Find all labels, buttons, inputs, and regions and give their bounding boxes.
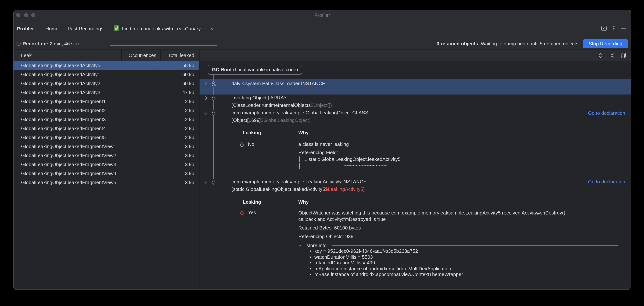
copy-icon[interactable] bbox=[620, 52, 626, 58]
list-item: watchDurationMillis = 5503 bbox=[310, 254, 463, 260]
expand-all-icon[interactable] bbox=[598, 52, 604, 58]
more-info-toggle[interactable]: More info bbox=[306, 243, 326, 249]
tree-node-label[interactable]: com.example.memoryleaksample.LeakingActi… bbox=[232, 179, 366, 185]
recording-indicator-icon bbox=[16, 42, 21, 46]
col-occurrences[interactable]: Occurrences bbox=[129, 52, 156, 58]
recording-label: Recording: bbox=[22, 41, 48, 46]
leak-droplet-icon bbox=[239, 210, 244, 215]
column-divider bbox=[160, 49, 161, 61]
table-row[interactable]: GlobalLeakingObject.leakedActivity2160 k… bbox=[14, 79, 199, 88]
why-column-header: Why bbox=[298, 199, 309, 205]
no-leak-droplet-icon bbox=[211, 81, 216, 87]
screen: Profiler Profiler Home Past Recordings F… bbox=[0, 0, 644, 306]
col-leak[interactable]: Leak bbox=[21, 52, 32, 58]
why-value: ObjectWatcher was watching this because … bbox=[298, 210, 584, 222]
leak-table-header: Leak Occurrences Total leaked bbox=[14, 49, 199, 61]
leaking-value: Yes bbox=[248, 210, 256, 216]
kebab-menu-icon[interactable] bbox=[611, 25, 617, 31]
column-divider bbox=[121, 49, 122, 61]
titlebar: Profiler bbox=[14, 10, 631, 19]
list-item: retainedDurationMillis = 499 bbox=[310, 260, 463, 266]
go-to-declaration-link[interactable]: Go to declaration bbox=[588, 110, 625, 116]
leakcanary-icon bbox=[114, 25, 120, 31]
trace-connector-leaking bbox=[214, 116, 214, 179]
table-row[interactable]: GlobalLeakingObject.leakedActivity5158 k… bbox=[14, 61, 199, 70]
trace-connector bbox=[214, 101, 214, 110]
chevron-down-icon[interactable] bbox=[203, 180, 208, 184]
retained-bytes: Retained Bytes: 60100 bytes bbox=[298, 225, 361, 231]
table-row[interactable]: GlobalLeakingObject.leakedFragmentView21… bbox=[14, 151, 199, 160]
table-row[interactable]: GlobalLeakingObject.leakedFragment212 kb bbox=[14, 106, 199, 115]
table-row[interactable]: GlobalLeakingObject.leakedActivity3147 k… bbox=[14, 88, 199, 97]
trace-connector bbox=[214, 75, 214, 81]
table-row[interactable]: GlobalLeakingObject.leakedFragment512 kb bbox=[14, 133, 199, 142]
minimize-icon[interactable] bbox=[621, 28, 626, 29]
tab-profiler[interactable]: Profiler bbox=[17, 26, 34, 31]
window-title: Profiler bbox=[14, 12, 631, 18]
leak-detail-panel: GC Root (Local variable in native code) bbox=[200, 49, 631, 290]
leak-table-rows: GlobalLeakingObject.leakedActivity5158 k… bbox=[14, 61, 199, 187]
profiler-window: Profiler Profiler Home Past Recordings F… bbox=[13, 10, 631, 290]
tree-node-sublabel: (static GlobalLeakingObject.leakedActivi… bbox=[232, 186, 365, 192]
leaking-value: No bbox=[248, 141, 254, 147]
referencing-field-label: Referencing Field: bbox=[298, 150, 338, 156]
detail-panel-toolbar bbox=[200, 49, 631, 61]
leaking-column-header: Leaking bbox=[243, 199, 261, 205]
list-item: mApplication instance of androidx.multid… bbox=[310, 266, 463, 272]
why-column-header: Why bbox=[298, 130, 309, 136]
referencing-field-pipe: │ bbox=[298, 163, 301, 169]
tree-node-label[interactable]: com.example.memoryleaksample.GlobalLeaki… bbox=[232, 110, 368, 116]
leaking-column-header: Leaking bbox=[243, 130, 261, 136]
tree-node-label[interactable]: java.lang.Object[] ARRAY bbox=[232, 95, 287, 101]
tree-node-sublabel: (ClassLoader.runtimeInternalObjects$Obje… bbox=[232, 102, 332, 108]
no-leak-droplet-icon bbox=[211, 110, 216, 116]
tree-node-label[interactable]: dalvik.system.PathClassLoader INSTANCE bbox=[232, 81, 326, 87]
referencing-field-line: ↓ static GlobalLeakingObject.leakedActiv… bbox=[305, 156, 400, 162]
go-to-declaration-link[interactable]: Go to declaration bbox=[588, 179, 625, 185]
col-total-leaked[interactable]: Total leaked bbox=[168, 52, 194, 58]
chevron-down-icon[interactable] bbox=[298, 244, 302, 248]
leak-table-panel: Leak Occurrences Total leaked GlobalLeak… bbox=[14, 49, 200, 290]
table-row[interactable]: GlobalLeakingObject.leakedFragmentView41… bbox=[14, 169, 199, 178]
chevron-right-icon[interactable] bbox=[204, 81, 208, 86]
tab-home[interactable]: Home bbox=[46, 26, 58, 31]
recording-status: Recording: 2 min, 46 sec bbox=[22, 41, 79, 46]
tab-past-recordings[interactable]: Past Recordings bbox=[68, 26, 104, 31]
leak-trace-content: GC Root (Local variable in native code) bbox=[200, 61, 631, 290]
stop-recording-button[interactable]: Stop Recording bbox=[583, 39, 628, 48]
referencing-field-underline: ~~~~~~~~~~~~~~~ bbox=[344, 163, 387, 169]
gc-root-chip: GC Root (Local variable in native code) bbox=[208, 65, 302, 75]
referencing-objects: Referencing Objects: 939 bbox=[298, 234, 353, 240]
leak-droplet-icon bbox=[211, 179, 216, 185]
main-area: Leak Occurrences Total leaked GlobalLeak… bbox=[14, 49, 631, 290]
referencing-field-pipe: │ bbox=[298, 156, 301, 162]
table-row[interactable]: GlobalLeakingObject.leakedFragmentView51… bbox=[14, 178, 199, 187]
list-item: key = 9521dec0-962f-4046-aa1f-b3d5b263a7… bbox=[310, 248, 463, 254]
table-row[interactable]: GlobalLeakingObject.leakedActivity1160 k… bbox=[14, 70, 199, 79]
trace-connector bbox=[214, 87, 214, 95]
table-row[interactable]: GlobalLeakingObject.leakedFragment412 kb bbox=[14, 124, 199, 133]
chevron-down-icon[interactable] bbox=[203, 111, 208, 116]
table-row[interactable]: GlobalLeakingObject.leakedFragment312 kb bbox=[14, 115, 199, 124]
more-info-list: key = 9521dec0-962f-4046-aa1f-b3d5b263a7… bbox=[310, 248, 463, 277]
more-info-divider bbox=[332, 245, 618, 246]
collapse-all-icon[interactable] bbox=[609, 52, 615, 58]
open-in-new-window-icon[interactable] bbox=[601, 25, 607, 31]
why-value: a class is never leaking bbox=[298, 141, 349, 147]
table-row[interactable]: GlobalLeakingObject.leakedFragmentView31… bbox=[14, 160, 199, 169]
tree-node-sublabel: (Object[1699]$GlobalLeakingObject) bbox=[232, 117, 310, 123]
chevron-right-icon[interactable] bbox=[204, 96, 208, 100]
tab-bar: Profiler Home Past Recordings Find memor… bbox=[14, 19, 631, 38]
retained-objects-status: 0 retained objects. Waiting to dump heap… bbox=[436, 41, 580, 46]
table-row[interactable]: GlobalLeakingObject.leakedFragmentView11… bbox=[14, 142, 199, 151]
recording-toolbar: Recording: 2 min, 46 sec 0 retained obje… bbox=[14, 38, 631, 49]
recording-time: 2 min, 46 sec bbox=[50, 41, 79, 46]
tab-close-icon[interactable] bbox=[210, 27, 214, 30]
table-row[interactable]: GlobalLeakingObject.leakedFragment112 kb bbox=[14, 97, 199, 106]
tab-leakcanary[interactable]: Find memory leaks with LeakCanary bbox=[122, 26, 201, 31]
no-leak-droplet-icon bbox=[211, 95, 216, 101]
no-leak-droplet-icon bbox=[239, 142, 244, 147]
list-item: mBase instance of androidx.appcompat.vie… bbox=[310, 272, 463, 277]
